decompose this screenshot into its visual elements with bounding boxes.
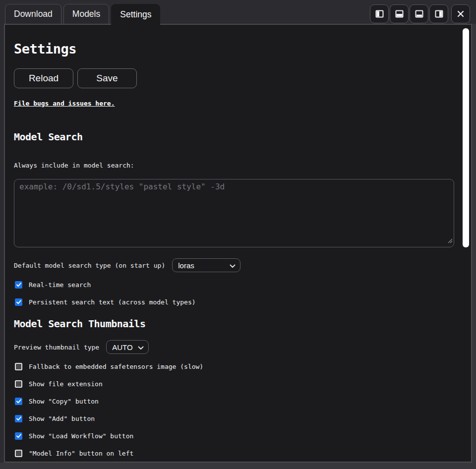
bottom-gutter [0, 463, 476, 469]
checkbox-label[interactable]: Fallback to embedded safetensors image (… [29, 363, 203, 370]
model-search-heading: Model Search [14, 131, 451, 143]
realtime-search-checkbox[interactable] [15, 281, 22, 289]
tab-download[interactable]: Download [5, 4, 61, 24]
preview-thumbnail-row: Preview thumbnail type AUTO [14, 340, 451, 354]
checkbox-label[interactable]: Show "Copy" button [29, 398, 99, 405]
tab-models[interactable]: Models [63, 4, 109, 24]
reload-button[interactable]: Reload [14, 68, 73, 88]
panel-bottom-icon [415, 10, 423, 18]
checkbox-row: Real-time search [14, 281, 451, 289]
chevron-down-icon [138, 343, 144, 352]
page-title: Settings [14, 41, 451, 57]
dock-top-button[interactable] [390, 4, 409, 23]
checkbox-label[interactable]: "Model Info" button on left [29, 450, 133, 457]
dock-left-button[interactable] [370, 4, 389, 23]
show-load-workflow-checkbox[interactable] [15, 432, 22, 440]
preview-thumbnail-label: Preview thumbnail type [14, 344, 99, 351]
close-button[interactable] [451, 4, 470, 23]
checkbox-label[interactable]: Show file extension [29, 380, 103, 388]
panel-right-icon [435, 10, 443, 18]
show-add-button-checkbox[interactable] [15, 415, 22, 422]
vertical-scrollbar-thumb[interactable] [463, 28, 469, 247]
default-search-type-label: Default model search type (on start up) [14, 262, 165, 269]
checkbox-row: Show file extension [14, 380, 451, 388]
preview-thumbnail-select[interactable]: AUTO [106, 340, 148, 354]
window-controls [370, 4, 470, 23]
select-value: AUTO [112, 343, 132, 352]
chevron-down-icon [230, 261, 236, 270]
action-button-row: Reload Save [14, 68, 451, 88]
checkbox-row: Show "Copy" button [14, 398, 451, 405]
search-include-wrap [14, 179, 454, 247]
select-value: loras [178, 261, 194, 270]
model-info-left-checkbox[interactable] [15, 450, 22, 457]
checkbox-label[interactable]: Persistent search text (across model typ… [29, 298, 196, 306]
checkbox-label[interactable]: Show "Add" button [29, 415, 95, 422]
panel-left-icon [375, 10, 384, 18]
search-include-textarea[interactable] [14, 179, 454, 247]
checkbox-row: "Model Info" button on left [14, 450, 451, 457]
thumbnails-heading: Model Search Thumbnails [14, 318, 451, 330]
close-icon [457, 10, 465, 18]
checkbox-row: Persistent search text (across model typ… [14, 298, 451, 306]
tab-settings[interactable]: Settings [111, 4, 160, 25]
dock-bottom-button[interactable] [410, 4, 428, 23]
file-bugs-link[interactable]: File bugs and issues here. [14, 100, 115, 107]
show-copy-button-checkbox[interactable] [15, 398, 22, 405]
persistent-search-checkbox[interactable] [15, 298, 22, 306]
checkbox-row: Show "Load Workflow" button [14, 432, 451, 440]
checkbox-label[interactable]: Real-time search [29, 281, 91, 289]
panel-top-icon [395, 10, 404, 18]
checkbox-row: Show "Add" button [14, 415, 451, 422]
always-include-label: Always include in model search: [14, 162, 451, 169]
right-gutter [472, 24, 476, 469]
save-button[interactable]: Save [77, 68, 137, 88]
default-search-type-select[interactable]: loras [172, 258, 240, 272]
tab-bar: Download Models Settings [5, 4, 160, 24]
checkbox-row: Fallback to embedded safetensors image (… [14, 363, 451, 370]
checkbox-label[interactable]: Show "Load Workflow" button [29, 432, 133, 440]
show-file-extension-checkbox[interactable] [15, 380, 22, 388]
default-search-type-row: Default model search type (on start up) … [14, 258, 451, 272]
fallback-safetensors-checkbox[interactable] [15, 363, 22, 370]
dock-right-button[interactable] [429, 4, 448, 23]
settings-content: Settings Reload Save File bugs and issue… [5, 25, 471, 463]
settings-panel: Settings Reload Save File bugs and issue… [4, 24, 472, 463]
